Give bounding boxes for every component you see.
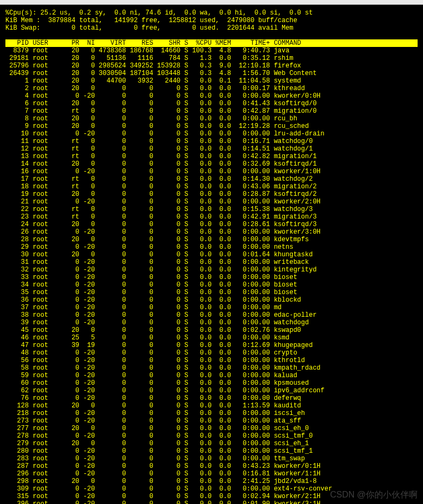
process-row: 38 root 0 -20 0 0 0 S 0.0 0.0 0:00.00 ed… bbox=[5, 311, 418, 319]
process-row: 287 root 0 -20 0 0 0 S 0.0 0.0 0:43.23 k… bbox=[5, 462, 418, 470]
process-row: 46 root 25 5 0 0 0 S 0.0 0.0 0:00.00 ksm… bbox=[5, 334, 418, 342]
process-row: 45 root 20 0 0 0 0 S 0.0 0.0 0:02.76 ksw… bbox=[5, 326, 418, 334]
process-row: 21 root 0 -20 0 0 0 S 0.0 0.0 0:00.00 kw… bbox=[5, 198, 418, 206]
process-row: 396 root 0 -20 0 0 0 S 0.0 0.0 0:01.90 k… bbox=[5, 500, 418, 504]
process-row: 9 root 20 0 0 0 0 S 0.0 0.0 12:19.28 rcu… bbox=[5, 122, 418, 130]
process-row: 58 root 0 -20 0 0 0 S 0.0 0.0 0:00.00 km… bbox=[5, 364, 418, 372]
process-row: 218 root 0 -20 0 0 0 S 0.0 0.0 0:00.00 i… bbox=[5, 410, 418, 417]
process-row: 60 root 0 -20 0 0 0 S 0.0 0.0 0:00.00 kp… bbox=[5, 379, 418, 387]
process-row: 4 root 0 -20 0 0 0 S 0.0 0.0 0:00.00 kwo… bbox=[5, 92, 418, 100]
process-row: 19 root 20 0 0 0 0 S 0.0 0.0 0:28.87 kso… bbox=[5, 190, 418, 198]
process-row: 28 root 20 0 0 0 0 S 0.0 0.0 0:00.00 kde… bbox=[5, 236, 418, 243]
process-row: 2 root 20 0 0 0 0 S 0.0 0.0 0:00.17 kthr… bbox=[5, 85, 418, 92]
process-row: 10 root 0 -20 0 0 0 S 0.0 0.0 0:00.00 lr… bbox=[5, 130, 418, 138]
process-row: 23 root rt 0 0 0 0 S 0.0 0.0 0:42.91 mig… bbox=[5, 213, 418, 221]
blank-line bbox=[5, 32, 418, 39]
process-table-header: PID USER PR NI VIRT RES SHR S %CPU %MEM … bbox=[5, 39, 418, 47]
process-row: 22 root rt 0 0 0 0 S 0.0 0.0 0:15.38 wat… bbox=[5, 206, 418, 213]
process-row: 56 root 0 -20 0 0 0 S 0.0 0.0 0:00.00 kt… bbox=[5, 357, 418, 364]
cpu-summary-line: %Cpu(s): 25.2 us, 0.2 sy, 0.0 ni, 74.6 i… bbox=[5, 9, 418, 17]
process-row: 12 root rt 0 0 0 0 S 0.0 0.0 0:14.51 wat… bbox=[5, 145, 418, 153]
terminal-output[interactable]: %Cpu(s): 25.2 us, 0.2 sy, 0.0 ni, 74.6 i… bbox=[0, 5, 423, 504]
process-row: 47 root 39 19 0 0 0 S 0.0 0.0 0:12.69 kh… bbox=[5, 342, 418, 349]
process-row: 26 root 0 -20 0 0 0 S 0.0 0.0 0:00.00 kw… bbox=[5, 228, 418, 236]
process-row: 8379 root 20 0 4738368 186768 14660 S 10… bbox=[5, 47, 418, 55]
process-row: 35 root 0 -20 0 0 0 S 0.0 0.0 0:00.00 bi… bbox=[5, 289, 418, 296]
process-row: 26439 root 20 0 3030504 187104 103448 S … bbox=[5, 70, 418, 77]
process-row: 296 root 0 -20 0 0 0 S 0.0 0.0 0:16.81 k… bbox=[5, 470, 418, 478]
process-row: 36 root 0 -20 0 0 0 S 0.0 0.0 0:00.00 kb… bbox=[5, 296, 418, 304]
process-row: 18 root rt 0 0 0 0 S 0.0 0.0 0:43.06 mig… bbox=[5, 183, 418, 190]
process-row: 30 root 20 0 0 0 0 S 0.0 0.0 0:01.64 khu… bbox=[5, 251, 418, 258]
process-row: 31 root 0 -20 0 0 0 S 0.0 0.0 0:00.00 wr… bbox=[5, 258, 418, 266]
process-row: 16 root 0 -20 0 0 0 S 0.0 0.0 0:00.00 kw… bbox=[5, 168, 418, 175]
process-row: 48 root 0 -20 0 0 0 S 0.0 0.0 0:00.00 cr… bbox=[5, 349, 418, 357]
process-row: 33 root 0 -20 0 0 0 S 0.0 0.0 0:00.00 bi… bbox=[5, 274, 418, 281]
process-row: 13 root rt 0 0 0 0 S 0.0 0.0 0:42.82 mig… bbox=[5, 153, 418, 160]
process-row: 37 root 0 -20 0 0 0 S 0.0 0.0 0:00.00 md bbox=[5, 304, 418, 311]
tab-bar bbox=[0, 0, 423, 5]
process-row: 34 root 0 -20 0 0 0 S 0.0 0.0 0:00.00 bi… bbox=[5, 281, 418, 289]
process-row: 11 root rt 0 0 0 0 S 0.0 0.0 0:16.71 wat… bbox=[5, 138, 418, 145]
process-row: 1 root 20 0 44700 3932 2440 S 0.0 0.1 11… bbox=[5, 77, 418, 85]
process-row: 29 root 0 -20 0 0 0 S 0.0 0.0 0:00.00 ne… bbox=[5, 243, 418, 251]
mem-summary-line: KiB Mem : 3879884 total, 141992 free, 12… bbox=[5, 17, 418, 24]
process-row: 14 root 20 0 0 0 0 S 0.0 0.0 0:32.69 kso… bbox=[5, 160, 418, 168]
process-row: 298 root 20 0 0 0 0 S 0.0 0.0 2:41.25 jb… bbox=[5, 478, 418, 485]
process-row: 283 root 0 -20 0 0 0 S 0.0 0.0 0:00.00 t… bbox=[5, 455, 418, 462]
process-row: 76 root 0 -20 0 0 0 S 0.0 0.0 0:00.00 de… bbox=[5, 394, 418, 402]
process-row: 128 root 20 0 0 0 0 S 0.0 0.0 1:13.59 ka… bbox=[5, 402, 418, 410]
process-row: 279 root 20 0 0 0 0 S 0.0 0.0 0:00.00 sc… bbox=[5, 440, 418, 447]
process-row: 62 root 0 -20 0 0 0 S 0.0 0.0 0:00.00 ip… bbox=[5, 387, 418, 394]
process-row: 277 root 20 0 0 0 0 S 0.0 0.0 0:00.00 sc… bbox=[5, 425, 418, 432]
process-row: 273 root 0 -20 0 0 0 S 0.0 0.0 0:00.00 a… bbox=[5, 417, 418, 425]
process-row: 8 root 20 0 0 0 0 S 0.0 0.0 0:00.00 rcu_… bbox=[5, 115, 418, 122]
watermark-text: CSDN @你的小伙伴啊 bbox=[330, 491, 418, 499]
process-row: 24 root 20 0 0 0 0 S 0.0 0.0 0:28.61 kso… bbox=[5, 221, 418, 228]
process-row: 59 root 0 -20 0 0 0 S 0.0 0.0 0:00.00 ka… bbox=[5, 372, 418, 379]
process-row: 278 root 0 -20 0 0 0 S 0.0 0.0 0:00.00 s… bbox=[5, 432, 418, 440]
process-row: 17 root rt 0 0 0 0 S 0.0 0.0 0:14.30 wat… bbox=[5, 175, 418, 183]
process-row: 7 root rt 0 0 0 0 S 0.0 0.0 0:42.87 migr… bbox=[5, 107, 418, 115]
process-row: 29181 root 20 0 51136 1116 784 S 1.3 0.0… bbox=[5, 55, 418, 62]
process-table-body: 8379 root 20 0 4738368 186768 14660 S 10… bbox=[5, 47, 418, 504]
process-row: 280 root 0 -20 0 0 0 S 0.0 0.0 0:00.00 s… bbox=[5, 447, 418, 455]
swap-summary-line: KiB Swap: 0 total, 0 free, 0 used. 22016… bbox=[5, 24, 418, 32]
process-row: 6 root 20 0 0 0 0 S 0.0 0.0 0:41.43 ksof… bbox=[5, 100, 418, 107]
process-row: 25796 root 20 0 2985624 349252 153928 S … bbox=[5, 62, 418, 70]
process-row: 39 root 0 -20 0 0 0 S 0.0 0.0 0:00.00 wa… bbox=[5, 319, 418, 326]
process-row: 32 root 0 -20 0 0 0 S 0.0 0.0 0:00.00 ki… bbox=[5, 266, 418, 274]
